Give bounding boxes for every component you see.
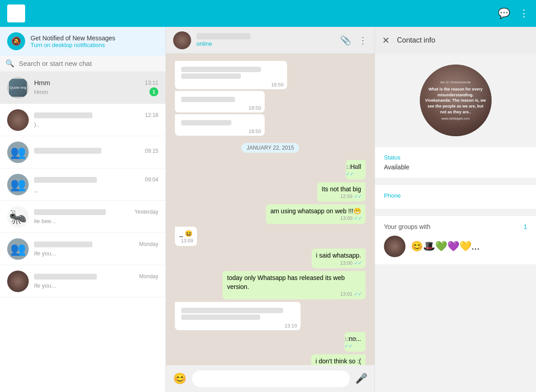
message-bubble: Its not that big 12:56 ✓✓ bbox=[317, 182, 366, 202]
message-time: 13:10 bbox=[284, 323, 297, 328]
chat-info: Yesterday ile bee... bbox=[34, 209, 158, 224]
message-bubble: i said whatsapp. 13:00 ✓✓ bbox=[312, 249, 366, 268]
more-options-icon[interactable]: ⋮ bbox=[358, 35, 367, 46]
chat-item[interactable]: Monday ife you... bbox=[0, 265, 166, 297]
chat-preview: ife you... bbox=[34, 282, 56, 289]
avatar: 👥 bbox=[7, 142, 29, 163]
contact-panel: ✕ Contact info ian to Vivekananda What i… bbox=[375, 27, 536, 392]
mic-button[interactable]: 🎤 bbox=[355, 373, 367, 384]
chat-time: Monday bbox=[139, 241, 158, 247]
avatar: Quote img bbox=[7, 77, 29, 99]
chat-time: 13:11 bbox=[145, 80, 158, 86]
message-input[interactable] bbox=[192, 370, 350, 387]
status-value: Available bbox=[384, 164, 527, 171]
avatar: 👥 bbox=[7, 174, 29, 195]
chat-name bbox=[34, 177, 97, 183]
avatar: 🐜 bbox=[7, 206, 29, 228]
chat-name bbox=[34, 274, 97, 280]
message-time: 18:50 bbox=[248, 105, 261, 111]
date-separator: JANUARY 22, 2015 bbox=[175, 143, 366, 153]
contact-name-bar bbox=[196, 33, 250, 39]
top-bar-icons: 💬 ⋮ bbox=[498, 8, 529, 19]
chat-info: 12:18 ).. bbox=[34, 112, 158, 128]
message-bubble: today only Whatsapp has released its web… bbox=[222, 271, 366, 299]
search-input[interactable] bbox=[19, 60, 160, 67]
chat-name bbox=[34, 148, 101, 154]
messages-area: 18:49 ✓✓ 18:50 18:50 18:50 JANUARY bbox=[166, 54, 375, 365]
chat-info: 09:04 _ bbox=[34, 177, 158, 192]
close-button[interactable]: ✕ bbox=[382, 35, 390, 46]
groups-header: Your groups with 1 bbox=[384, 223, 527, 230]
chat-info: Hmm 13:11 Hmm 1 bbox=[34, 79, 158, 96]
message-bubble: no... 13:02 ✓✓ bbox=[344, 332, 366, 352]
chat-list: Quote img Hmm 13:11 Hmm 1 bbox=[0, 72, 166, 392]
avatar bbox=[7, 109, 29, 131]
groups-section: Your groups with 1 😊🎩💚💜💛... bbox=[375, 216, 536, 264]
notification-text: Get Notified of New Messages Turn on des… bbox=[31, 34, 115, 48]
notification-bell-icon: 🔕 bbox=[7, 32, 25, 50]
chat-name: Hmm bbox=[34, 79, 50, 86]
group-item: 😊🎩💚💜💛... bbox=[384, 236, 527, 257]
more-menu-icon[interactable]: ⋮ bbox=[519, 8, 529, 19]
chat-preview: ife you... bbox=[34, 250, 56, 257]
chat-icon[interactable]: 💬 bbox=[498, 8, 510, 19]
chat-item[interactable]: 12:18 ).. bbox=[0, 104, 166, 136]
date-badge: JANUARY 22, 2015 bbox=[241, 143, 300, 153]
message-time: 13:00 ✓✓ bbox=[340, 215, 362, 222]
contact-panel-title: Contact info bbox=[397, 36, 435, 44]
chat-preview: ).. bbox=[34, 121, 39, 128]
group-avatar bbox=[384, 236, 405, 257]
chat-header-icons: 📎 ⋮ bbox=[340, 35, 367, 46]
contact-panel-header: ✕ Contact info bbox=[375, 27, 536, 54]
chat-time: 09:15 bbox=[145, 148, 158, 154]
chat-time: Monday bbox=[139, 273, 158, 280]
top-bar: 💬 ⋮ bbox=[0, 0, 536, 27]
notification-link[interactable]: Turn on desktop notifications bbox=[31, 42, 115, 48]
chat-time: 09:04 bbox=[145, 177, 158, 183]
message-time: 13:00 ✓✓ bbox=[340, 260, 362, 267]
avatar bbox=[7, 271, 29, 292]
message-bubble: Hall 12:56 ✓✓ bbox=[346, 160, 366, 180]
message-bubble: _ 😆 13:09 bbox=[175, 227, 197, 246]
chat-name bbox=[34, 241, 92, 247]
message-bubble: 18:50 bbox=[175, 61, 287, 89]
chat-area: online 📎 ⋮ 18:49 ✓✓ 18:50 bbox=[166, 27, 375, 392]
main-layout: 🔕 Get Notified of New Messages Turn on d… bbox=[0, 27, 536, 392]
app-logo bbox=[7, 4, 25, 22]
group-emojis: 😊🎩💚💜💛... bbox=[411, 241, 479, 252]
avatar: 👥 bbox=[7, 238, 29, 260]
attachment-icon[interactable]: 📎 bbox=[340, 35, 351, 46]
chat-item[interactable]: 👥 09:15 bbox=[0, 136, 166, 168]
contact-avatar-large: ian to Vivekananda What is the reason fo… bbox=[420, 65, 492, 136]
message-time: 18:50 bbox=[271, 82, 283, 87]
chat-item[interactable]: 🐜 Yesterday ile bee... bbox=[0, 201, 166, 233]
contact-status: online bbox=[196, 40, 335, 47]
message-time: 13:09 bbox=[181, 237, 193, 244]
chat-header: online 📎 ⋮ bbox=[166, 27, 375, 54]
message-bubble: 13:10 bbox=[175, 302, 301, 330]
message-time: 13:01 ✓✓ bbox=[340, 291, 362, 297]
chat-preview: Hmm bbox=[34, 89, 48, 95]
chat-info: Monday ife you... bbox=[34, 273, 158, 289]
input-area: 😊 🎤 bbox=[166, 365, 375, 392]
status-label: Status bbox=[384, 154, 527, 161]
phone-label: Phone bbox=[384, 192, 527, 199]
chat-preview: ile bee... bbox=[34, 218, 56, 224]
chat-header-avatar bbox=[173, 31, 191, 49]
chat-name bbox=[34, 209, 106, 215]
chat-info: Monday ife you... bbox=[34, 241, 158, 257]
emoji-button[interactable]: 😊 bbox=[173, 372, 187, 385]
groups-label: Your groups with bbox=[384, 223, 431, 230]
search-bar: 🔍 bbox=[0, 56, 166, 72]
chat-item[interactable]: 👥 09:04 _ bbox=[0, 168, 166, 201]
unread-badge: 1 bbox=[149, 87, 158, 96]
message-bubble: 18:50 bbox=[175, 114, 265, 136]
notification-bar: 🔕 Get Notified of New Messages Turn on d… bbox=[0, 27, 166, 56]
chat-header-info: online bbox=[196, 33, 335, 47]
contact-status-section: Status Available bbox=[375, 147, 536, 178]
chat-item[interactable]: Quote img Hmm 13:11 Hmm 1 bbox=[0, 72, 166, 104]
chat-time: Yesterday bbox=[135, 209, 158, 215]
chat-item[interactable]: 👥 Monday ife you... bbox=[0, 233, 166, 265]
chat-info: 09:15 bbox=[34, 148, 158, 157]
message-bubble: 18:50 bbox=[175, 91, 265, 112]
